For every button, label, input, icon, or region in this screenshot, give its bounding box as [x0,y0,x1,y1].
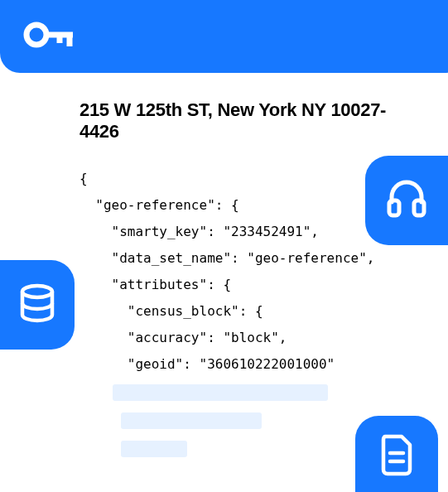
svg-point-0 [26,25,46,45]
json-code-block: { "geo-reference": { "smarty_key": "2334… [79,166,397,457]
svg-point-6 [22,286,52,297]
code-line: "geo-reference": { [79,192,397,219]
placeholder-bar [113,384,328,401]
placeholder-bar [121,441,187,457]
document-badge [355,416,438,492]
code-line: "data_set_name": "geo-reference", [79,245,397,272]
database-icon [16,282,59,328]
placeholder-bar [121,412,262,429]
headset-icon [383,176,430,225]
code-line: "geoid": "360610222001000" [79,351,397,378]
code-line: "census_block": { [79,298,397,325]
database-badge [0,260,75,350]
document-icon [377,432,417,481]
code-line: "attributes": { [79,272,397,298]
address-heading: 215 W 125th ST, New York NY 10027-4426 [79,99,397,142]
code-line: "smarty_key": "233452491", [79,219,397,245]
placeholder-lines [79,384,397,457]
svg-rect-5 [414,200,424,215]
top-banner [0,0,448,73]
key-icon [23,18,79,55]
svg-rect-4 [389,200,399,215]
code-line: "accuracy": "block", [79,325,397,351]
code-line: { [79,166,397,192]
headset-badge [365,156,448,245]
